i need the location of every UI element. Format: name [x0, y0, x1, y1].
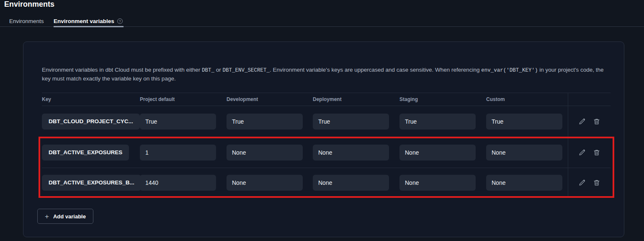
value-cell: None — [227, 145, 313, 161]
description-segment: Environment variables in dbt Cloud must … — [42, 67, 202, 73]
active-tab-indicator — [54, 26, 124, 27]
delete-row-button[interactable] — [592, 148, 601, 157]
variable-value: None — [313, 145, 389, 161]
value-cell: None — [399, 145, 486, 161]
pencil-icon — [578, 179, 586, 187]
environment-variables-card: Environment variables in dbt Cloud must … — [23, 41, 624, 237]
column-header-deployment: Deployment — [313, 96, 399, 102]
variable-key: DBT_ACTIVE_EXPOSURES_B... — [42, 175, 141, 191]
column-header-project-default: Project default — [140, 96, 227, 102]
variable-value: True — [313, 114, 389, 130]
table-body: DBT_CLOUD_PROJECT_CYC...TrueTrueTrueTrue… — [42, 106, 611, 197]
edit-row-button[interactable] — [577, 148, 587, 157]
key-cell: DBT_ACTIVE_EXPOSURES — [42, 145, 140, 161]
column-header-actions — [568, 93, 611, 106]
table-header-row: KeyProject defaultDevelopmentDeploymentS… — [42, 93, 611, 106]
code-snippet: env_var('DBT_KEY') — [481, 67, 538, 73]
variable-key: DBT_CLOUD_PROJECT_CYC... — [42, 114, 140, 130]
tab-environment-variables-label: Environment variables — [54, 18, 114, 24]
plus-icon: + — [45, 213, 49, 220]
page-title: Environments — [4, 0, 54, 9]
variable-value: None — [227, 175, 303, 191]
value-cell: None — [227, 175, 313, 191]
value-cell: True — [399, 114, 486, 130]
variable-value: True — [227, 114, 303, 130]
value-cell: 1440 — [140, 175, 227, 191]
table-row: DBT_ACTIVE_EXPOSURES1NoneNoneNoneNone — [42, 137, 611, 168]
key-cell: DBT_ACTIVE_EXPOSURES_B... — [42, 175, 140, 191]
row-actions — [568, 137, 611, 168]
value-cell: True — [313, 114, 399, 130]
column-header-staging: Staging — [399, 96, 486, 102]
delete-row-button[interactable] — [592, 178, 601, 187]
variable-value: None — [399, 145, 476, 161]
row-actions — [568, 106, 611, 137]
value-cell: None — [313, 175, 399, 191]
description-segment: or — [214, 67, 223, 73]
variable-value: None — [313, 175, 389, 191]
description-segment: . Environment variable's keys are upperc… — [270, 67, 481, 73]
column-header-custom: Custom — [486, 96, 568, 102]
value-cell: None — [399, 175, 486, 191]
variable-value: 1440 — [140, 175, 216, 191]
column-header-key: Key — [42, 96, 140, 102]
trash-icon — [593, 118, 600, 125]
edit-row-button[interactable] — [577, 117, 587, 126]
tab-environment-variables[interactable]: Environment variables ? — [54, 18, 123, 24]
pencil-icon — [578, 118, 586, 125]
value-cell: None — [486, 145, 568, 161]
variable-value: None — [486, 175, 562, 191]
help-circle-icon[interactable]: ? — [117, 18, 123, 24]
variable-value: True — [140, 114, 216, 130]
delete-row-button[interactable] — [592, 117, 601, 126]
code-snippet: DBT_ENV_SECRET_ — [222, 67, 270, 73]
pencil-icon — [578, 149, 586, 156]
tab-environments[interactable]: Environments — [9, 18, 44, 24]
trash-icon — [593, 179, 600, 187]
table-row: DBT_CLOUD_PROJECT_CYC...TrueTrueTrueTrue… — [42, 106, 611, 137]
trash-icon — [593, 149, 600, 156]
key-cell: DBT_CLOUD_PROJECT_CYC... — [42, 114, 140, 130]
value-cell: None — [486, 175, 568, 191]
variable-value: True — [486, 114, 562, 130]
variable-key: DBT_ACTIVE_EXPOSURES — [42, 145, 129, 161]
description-text: Environment variables in dbt Cloud must … — [42, 66, 612, 83]
value-cell: True — [227, 114, 313, 130]
variables-table: KeyProject defaultDevelopmentDeploymentS… — [42, 93, 611, 197]
value-cell: None — [313, 145, 399, 161]
variable-value: True — [399, 114, 476, 130]
edit-row-button[interactable] — [577, 178, 587, 187]
value-cell: True — [140, 114, 227, 130]
tab-bar: Environments Environment variables ? — [0, 17, 644, 27]
row-actions — [568, 168, 611, 197]
add-variable-button[interactable]: + Add variable — [37, 209, 93, 224]
variable-value: None — [399, 175, 476, 191]
add-variable-label: Add variable — [53, 213, 86, 220]
table-row: DBT_ACTIVE_EXPOSURES_B...1440NoneNoneNon… — [42, 168, 611, 197]
code-snippet: DBT_ — [202, 67, 214, 73]
variable-value: 1 — [140, 145, 216, 161]
value-cell: True — [486, 114, 568, 130]
variable-value: None — [486, 145, 562, 161]
variable-value: None — [227, 145, 303, 161]
column-header-development: Development — [227, 96, 313, 102]
value-cell: 1 — [140, 145, 227, 161]
